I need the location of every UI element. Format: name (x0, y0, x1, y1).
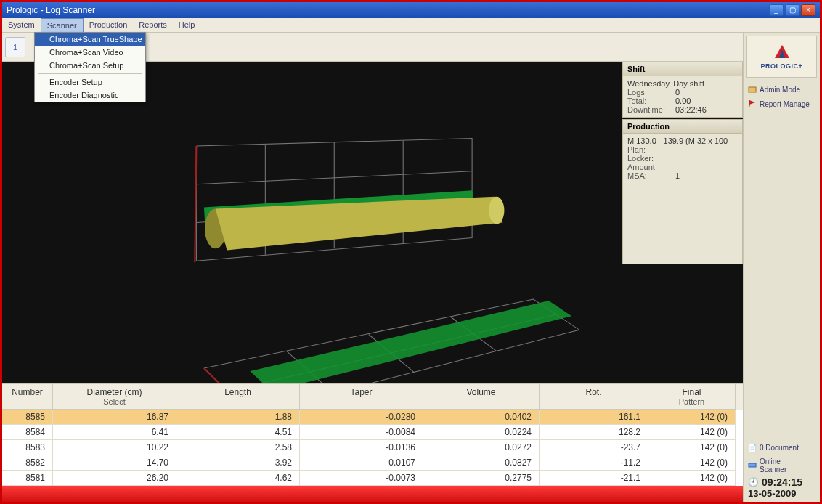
logo-icon (772, 44, 792, 61)
col-volume[interactable]: Volume (423, 384, 540, 410)
table-cell: 0.0224 (423, 425, 540, 440)
shift-downtime-value: 03:22:46 (675, 105, 738, 114)
table-cell: 142 (0) (648, 425, 736, 440)
table-cell: 0.0827 (423, 455, 540, 471)
menubar: System Scanner Production Reports Help C… (2, 18, 820, 33)
table-row[interactable]: 85846.414.51-0.00840.0224128.2142 (0) (2, 425, 743, 440)
svg-point-9 (489, 197, 504, 224)
svg-marker-20 (749, 100, 755, 105)
prod-plan-label: Plan: (627, 145, 675, 154)
menu-help[interactable]: Help (173, 18, 201, 32)
table-row[interactable]: 858214.703.920.01070.0827-11.2142 (0) (2, 455, 743, 471)
data-grid: Number Diameter (cm)Select Length Taper … (2, 383, 743, 486)
titlebar: Prologic - Log Scanner _ ▢ × (2, 2, 820, 18)
online-scanner-link[interactable]: OnlineScanner (744, 455, 820, 476)
table-cell: 26.20 (53, 471, 176, 486)
clock-icon: 🕘 (748, 477, 759, 487)
shift-body: Wednesday, Day shift Logs0 Total:0.00 Do… (623, 76, 742, 117)
production-body: M 130.0 - 139.9 (M 32 x 100 Plan: Locker… (623, 134, 742, 183)
svg-line-15 (204, 368, 251, 383)
dropdown-trueshape[interactable]: Chroma+Scan TrueShape (35, 33, 145, 46)
table-cell: 8585 (2, 410, 53, 425)
col-taper[interactable]: Taper (300, 384, 423, 410)
menu-reports[interactable]: Reports (133, 18, 173, 32)
col-length[interactable]: Length (176, 384, 300, 410)
dropdown-encoder-diagnostic[interactable]: Encoder Diagnostic (35, 89, 145, 102)
shift-total-label: Total: (627, 97, 675, 105)
table-cell: 0.0107 (300, 455, 423, 471)
table-cell: 4.62 (176, 471, 300, 486)
flag-icon (748, 99, 757, 108)
table-cell: -21.1 (540, 471, 648, 486)
table-cell: 2.58 (176, 440, 300, 455)
svg-marker-16 (250, 301, 571, 383)
table-cell: 0.2775 (423, 471, 540, 486)
table-cell: 142 (0) (648, 471, 736, 486)
col-rot[interactable]: Rot. (540, 384, 648, 410)
prod-amount-label: Amount: (627, 163, 675, 171)
documents-link[interactable]: 📄 0 Document (744, 441, 820, 455)
table-cell: -0.0280 (300, 410, 423, 425)
folder-icon (748, 85, 757, 94)
table-cell: 161.1 (540, 410, 648, 425)
shift-total-value: 0.00 (675, 97, 738, 105)
dropdown-video[interactable]: Chroma+Scan Video (35, 46, 145, 59)
scanner-icon (748, 460, 757, 471)
shift-day: Wednesday, Day shift (627, 79, 738, 88)
dropdown-setup[interactable]: Chroma+Scan Setup (35, 59, 145, 72)
admin-mode-link[interactable]: Admin Mode (744, 84, 820, 95)
shift-title: Shift (623, 62, 742, 76)
table-cell: 1.88 (176, 410, 300, 425)
table-cell: 128.2 (540, 425, 648, 440)
table-cell: 0.0402 (423, 410, 540, 425)
table-cell: 3.92 (176, 455, 300, 471)
prod-plan-value (675, 145, 738, 154)
table-cell: 142 (0) (648, 440, 736, 455)
minimize-button[interactable]: _ (769, 4, 784, 16)
shift-logs-label: Logs (627, 88, 675, 97)
table-cell: 6.41 (53, 425, 176, 440)
table-cell: 14.70 (53, 455, 176, 471)
table-row[interactable]: 858516.871.88-0.02800.0402161.1142 (0) (2, 410, 743, 425)
window-buttons: _ ▢ × (769, 4, 815, 16)
menu-scanner[interactable]: Scanner (41, 18, 84, 32)
table-cell: 0.0272 (423, 440, 540, 455)
menu-production[interactable]: Production (84, 18, 134, 32)
table-cell: 8582 (2, 455, 53, 471)
table-row[interactable]: 858310.222.58-0.01360.0272-23.7142 (0) (2, 440, 743, 455)
table-cell: 8581 (2, 471, 53, 486)
body: 1 (2, 33, 820, 502)
svg-rect-22 (749, 463, 756, 467)
table-cell: -11.2 (540, 455, 648, 471)
status-bar-alert (2, 486, 743, 502)
3d-viewport[interactable]: Shift Wednesday, Day shift Logs0 Total:0… (2, 62, 743, 383)
left-column: 1 (2, 33, 743, 502)
info-panels: Shift Wednesday, Day shift Logs0 Total:0… (622, 62, 743, 266)
production-panel: Production M 130.0 - 139.9 (M 32 x 100 P… (622, 119, 743, 264)
table-row[interactable]: 858126.204.62-0.00730.2775-21.1142 (0) (2, 471, 743, 486)
table-cell: -23.7 (540, 440, 648, 455)
window-title: Prologic - Log Scanner (7, 5, 769, 15)
table-cell: -0.0136 (300, 440, 423, 455)
table-cell: 142 (0) (648, 455, 736, 471)
maximize-button[interactable]: ▢ (785, 4, 799, 16)
document-icon: 📄 (748, 444, 757, 452)
report-manager-link[interactable]: Report Manage (744, 98, 820, 110)
date: 13-05-2009 (744, 488, 820, 502)
table-cell: 142 (0) (648, 410, 736, 425)
col-number[interactable]: Number (2, 384, 53, 410)
shift-logs-value: 0 (675, 88, 738, 97)
menu-system[interactable]: System (2, 18, 41, 32)
table-cell: 10.22 (53, 440, 176, 455)
svg-rect-19 (749, 87, 756, 92)
grid-header: Number Diameter (cm)Select Length Taper … (2, 384, 743, 410)
col-diameter[interactable]: Diameter (cm)Select (53, 384, 176, 410)
close-button[interactable]: × (801, 4, 815, 16)
clock: 🕘 09:24:15 (744, 476, 820, 488)
dropdown-encoder-setup[interactable]: Encoder Setup (35, 76, 145, 89)
shift-downtime-label: Downtime: (627, 105, 675, 114)
toolbar-btn-1[interactable]: 1 (5, 37, 25, 57)
right-rail: PROLOGIC+ Admin Mode Report Manage 📄 0 D… (743, 33, 820, 502)
grid-body: 858516.871.88-0.02800.0402161.1142 (0)85… (2, 410, 743, 486)
col-final[interactable]: FinalPattern (648, 384, 736, 410)
